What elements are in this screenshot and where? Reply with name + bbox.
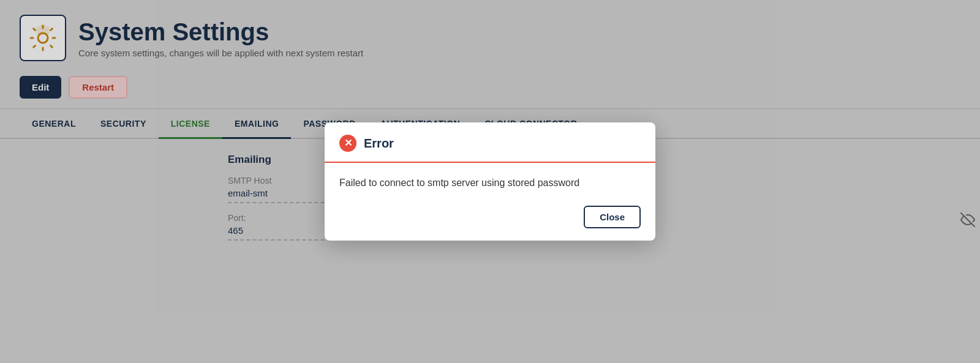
modal-title: Error <box>364 137 394 151</box>
error-icon: ✕ <box>339 135 356 152</box>
modal-overlay: ✕ Error Failed to connect to smtp server… <box>0 0 980 363</box>
modal-close-button[interactable]: Close <box>584 206 641 228</box>
modal-footer: Close <box>325 198 655 241</box>
modal-header: ✕ Error <box>325 122 655 163</box>
modal-message: Failed to connect to smtp server using s… <box>325 163 655 198</box>
error-x-icon: ✕ <box>344 138 352 148</box>
error-modal: ✕ Error Failed to connect to smtp server… <box>325 122 655 241</box>
